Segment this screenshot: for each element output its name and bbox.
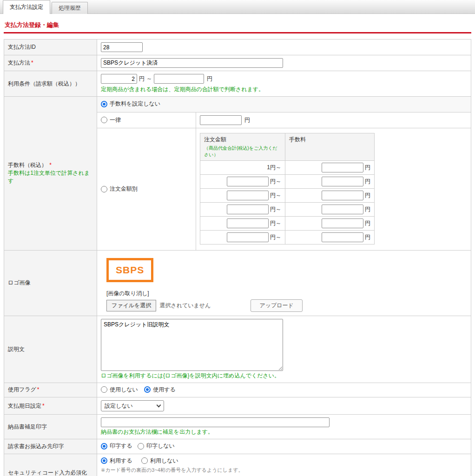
tilde: ～ [146,75,152,83]
usage-condition-note: 定期商品が含まれる場合は、定期商品の合計額で判断されます。 [101,86,467,93]
row-invoice-print: 請求書お振込み先印字 印字する 印字しない [4,439,471,454]
remove-image-link[interactable]: [画像の取り消し] [106,290,467,298]
use-flag-label: 使用フラグ [8,386,36,393]
radio-icon[interactable] [101,457,107,464]
yen-from-unit: 円～ [270,192,281,198]
yen-unit: 円 [365,234,370,240]
fee-price-input[interactable] [322,177,363,186]
radio-icon[interactable] [138,443,144,450]
payment-method-form-table: 支払方法ID 支払方法* 利用条件（請求額（税込）） 円 ～ 円 定期商品が含ま… [4,39,471,476]
tab-label: 支払方法設定 [10,4,43,10]
fee-price-input[interactable] [322,205,363,214]
fee-amount-input[interactable] [227,177,269,186]
security-code-not-use-option[interactable]: 利用しない [141,457,178,465]
fee-flat-input[interactable] [200,115,242,125]
yen-unit: 円 [207,75,212,83]
yen-from-unit: 円～ [270,234,281,240]
yen-from-unit: 円～ [270,206,281,212]
invoice-print-on-option[interactable]: 印字する [101,442,132,450]
fee-amount-input[interactable] [227,205,269,214]
usage-condition-min-input[interactable] [101,74,137,84]
radio-icon[interactable] [144,386,151,393]
fee-by-amount-table: 注文金額 （商品代金合計(税込)をご入力ください） 手数料 1円～ 円 円～ [200,133,375,245]
payment-id-input[interactable] [101,42,143,52]
yen-unit: 円 [139,75,145,83]
fee-by-amount-radio-option[interactable]: 注文金額別 [101,185,138,193]
yen-unit: 円 [365,192,370,198]
yen-unit: 円 [365,220,370,226]
security-code-not-use-label: 利用しない [150,457,178,465]
row-security-code: セキュリティコード入力必須化 利用する 利用しない ※カード番号の裏面の3~4桁… [4,454,471,476]
upload-button[interactable]: アップロード [251,299,302,312]
due-date-select[interactable]: 設定しない [101,400,164,411]
payment-logo-image: SBPS [106,258,153,282]
page-title: 支払方法登録・編集 [5,21,59,28]
row-description: 説明文 SBPSクレジット旧説明文 ロゴ画像を利用するには{ロゴ画像}を説明文内… [4,316,471,383]
row-payment-id: 支払方法ID [4,40,471,55]
usage-condition-max-input[interactable] [154,74,204,84]
fee-price-input[interactable] [322,232,363,242]
delivery-note-note: 納品書のお支払方法欄に補足を出力します。 [101,428,467,436]
logo-label: ロゴ画像 [4,250,97,316]
security-code-use-option[interactable]: 利用する [101,457,132,465]
fee-flat-radio-option[interactable]: 一律 [101,116,121,124]
fee-table-fee-header: 手数料 [285,133,375,160]
fee-none-label: 手数料を設定しない [110,100,160,108]
tab-label: 処理履歴 [59,5,81,11]
tab-payment-settings[interactable]: 支払方法設定 [3,0,50,14]
yen-from-unit: 円～ [270,220,281,226]
fee-price-input[interactable] [322,218,363,228]
radio-icon[interactable] [101,186,107,192]
fee-table-row: 円～ 円 [200,230,375,244]
usage-condition-label: 利用条件（請求額（税込）） [4,71,97,97]
security-code-note: ※カード番号の裏面の3~4桁の番号を入力するようにします。 [101,467,467,474]
required-mark: * [49,162,52,168]
fee-amount-input[interactable] [227,218,269,228]
radio-icon[interactable] [141,457,148,464]
fee-table-row: 円～ 円 [200,202,375,216]
fee-table-row: 円～ 円 [200,174,375,188]
radio-icon[interactable] [101,443,107,450]
payment-method-input[interactable] [101,58,283,68]
row-usage-condition: 利用条件（請求額（税込）） 円 ～ 円 定期商品が含まれる場合は、定期商品の合計… [4,71,471,97]
required-mark: * [31,60,33,66]
use-flag-on-option[interactable]: 使用する [144,386,176,394]
due-date-label: 支払期日設定 [8,403,41,409]
yen-unit: 円 [365,164,370,171]
file-status-text: 選択されていません [159,302,211,310]
fee-label-note: 手数料は1注文単位で計算されます [8,169,93,185]
fee-price-input[interactable] [322,163,363,172]
radio-icon[interactable] [101,386,107,393]
fee-price-input[interactable] [322,191,363,200]
fee-amount-input[interactable] [227,232,269,242]
security-code-label: セキュリティコード入力必須化 [4,454,97,476]
fee-label: 手数料（税込） [8,162,47,168]
row-due-date: 支払期日設定* 設定しない [4,397,471,415]
yen-unit: 円 [365,178,370,185]
yen-from-unit: 円～ [270,178,281,185]
chevron-down-icon [157,403,161,407]
fee-table-row: 円～ 円 [200,188,375,202]
choose-file-button[interactable]: ファイルを選択 [106,300,156,311]
tab-processing-history[interactable]: 処理履歴 [52,2,88,14]
fee-amount-input[interactable] [227,191,269,200]
fee-from-fixed: 1円～ [267,164,281,171]
radio-icon[interactable] [101,101,107,107]
yen-unit: 円 [365,206,370,212]
use-flag-off-option[interactable]: 使用しない [101,386,138,394]
delivery-note-label: 納品書補足印字 [4,415,97,439]
fee-table-amount-note: （商品代金合計(税込)をご入力ください） [204,145,281,158]
security-code-use-label: 利用する [110,457,132,465]
required-mark: * [37,386,40,393]
due-date-selected-value: 設定しない [105,402,133,410]
invoice-print-off-option[interactable]: 印字しない [138,442,175,450]
row-logo-image: ロゴ画像 SBPS [画像の取り消し] ファイルを選択 選択されていません アッ… [4,250,471,316]
delivery-note-input[interactable] [101,417,330,427]
row-use-flag: 使用フラグ* 使用しない 使用する [4,383,471,397]
fee-none-radio-option[interactable]: 手数料を設定しない [101,100,160,108]
invoice-print-on-label: 印字する [110,442,132,450]
fee-flat-label: 一律 [110,116,121,124]
description-textarea[interactable]: SBPSクレジット旧説明文 [101,319,283,371]
row-delivery-note: 納品書補足印字 納品書のお支払方法欄に補足を出力します。 [4,415,471,439]
radio-icon[interactable] [101,117,107,123]
